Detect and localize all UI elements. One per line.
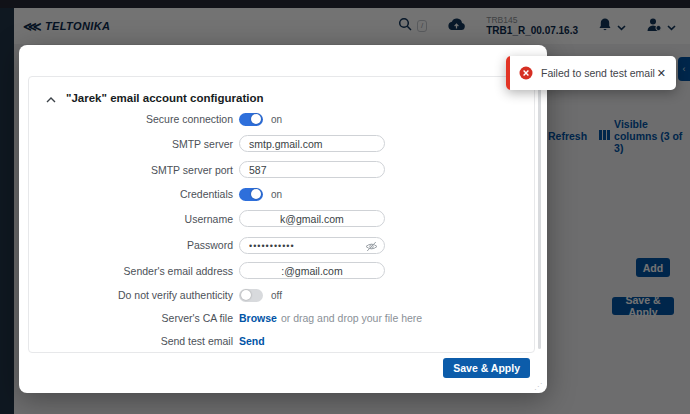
ca-file-label: Server's CA file <box>29 312 233 324</box>
resize-grip-icon: ⋰ <box>534 382 542 391</box>
error-toast: Failed to send test email ✕ <box>506 56 676 90</box>
toast-accent-bar <box>506 56 510 90</box>
secure-connection-state: on <box>271 114 282 125</box>
username-input[interactable] <box>239 210 385 227</box>
toast-close-icon[interactable]: ✕ <box>657 68 666 79</box>
smtp-server-input[interactable] <box>239 135 385 152</box>
smtp-port-row: SMTP server port <box>29 161 534 178</box>
credentials-toggle[interactable] <box>239 188 263 201</box>
drag-drop-hint: or drag and drop your file here <box>281 312 422 324</box>
password-input[interactable] <box>239 237 385 254</box>
section-header[interactable]: "Jarek" email account configuration <box>46 90 534 106</box>
credentials-state: on <box>271 189 282 200</box>
sender-email-input[interactable] <box>239 262 385 279</box>
modal-scrollbar[interactable] <box>538 81 541 349</box>
toast-message: Failed to send test email <box>541 67 657 79</box>
secure-connection-row: Secure connection on <box>29 112 534 126</box>
email-config-modal: "Jarek" email account configuration Secu… <box>19 45 547 393</box>
sender-email-label: Sender's email address <box>29 265 233 277</box>
save-apply-button[interactable]: Save & Apply <box>443 358 530 378</box>
email-config-section: "Jarek" email account configuration Secu… <box>28 76 535 353</box>
sender-email-row: Sender's email address <box>29 262 534 279</box>
send-link[interactable]: Send <box>239 335 265 347</box>
username-label: Username <box>29 213 233 225</box>
app-window: ⋘ TELTONIKA / TRB145 TRB1_R_00.07.16.3 <box>0 0 690 414</box>
password-label: Password <box>29 239 233 251</box>
username-row: Username <box>29 210 534 227</box>
smtp-port-input[interactable] <box>239 161 385 178</box>
send-test-email-label: Send test email <box>29 335 233 347</box>
password-row: Password <box>29 236 534 253</box>
verify-authenticity-state: off <box>271 290 282 301</box>
smtp-port-label: SMTP server port <box>29 164 233 176</box>
secure-connection-label: Secure connection <box>29 113 233 125</box>
smtp-server-label: SMTP server <box>29 138 233 150</box>
eye-off-icon[interactable] <box>365 238 378 256</box>
verify-authenticity-row: Do not verify authenticity off <box>29 288 534 302</box>
credentials-label: Credentials <box>29 188 233 200</box>
credentials-row: Credentials on <box>29 187 534 201</box>
secure-connection-toggle[interactable] <box>239 113 263 126</box>
browse-link[interactable]: Browse <box>239 312 277 324</box>
send-test-email-row: Send test email Send <box>29 334 534 348</box>
ca-file-row: Server's CA file Browse or drag and drop… <box>29 311 534 325</box>
verify-authenticity-label: Do not verify authenticity <box>29 289 233 301</box>
section-title: "Jarek" email account configuration <box>66 92 264 104</box>
error-circle-icon <box>519 66 533 80</box>
collapse-caret-icon[interactable] <box>46 89 56 107</box>
verify-authenticity-toggle[interactable] <box>239 289 263 302</box>
smtp-server-row: SMTP server <box>29 135 534 152</box>
